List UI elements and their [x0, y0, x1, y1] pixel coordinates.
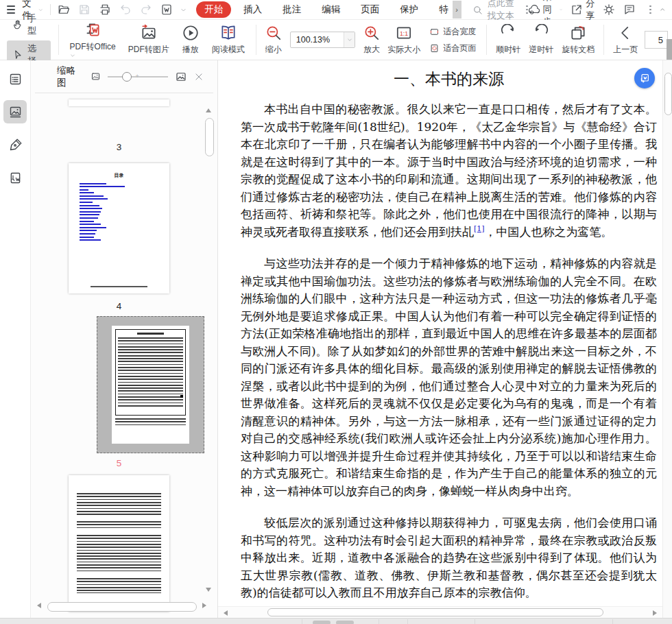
print-button[interactable]: [98, 3, 112, 16]
document-scroll-left-arrow[interactable]: [224, 610, 228, 616]
export-word-button[interactable]: [160, 3, 173, 16]
fit-width-icon: [429, 27, 440, 37]
status-bar-button[interactable]: [313, 621, 331, 624]
comment-bubble-icon[interactable]: [623, 3, 636, 16]
document-horizontal-scrollbar[interactable]: [218, 606, 662, 618]
previous-page-button[interactable]: 上一页: [609, 24, 642, 56]
zoom-level-select[interactable]: 100.13%: [290, 32, 355, 48]
rotate-counterclockwise-icon: [532, 24, 550, 42]
collapse-ribbon-icon[interactable]: [660, 5, 665, 14]
search-box[interactable]: 点此查找文本: [472, 0, 528, 22]
page-input-spinner[interactable]: [667, 39, 672, 60]
thumbnail-page-5-label: 5: [69, 458, 169, 468]
panel-vertical-scrollbar-thumb[interactable]: [205, 118, 214, 156]
pdf-to-office-button[interactable]: PDF转Office: [64, 21, 122, 58]
zoom-out-button[interactable]: 缩小: [261, 24, 286, 56]
outline-list-icon: [8, 72, 23, 86]
fit-page-button[interactable]: 适合页面: [429, 43, 476, 54]
panel-scroll-left-arrow[interactable]: [37, 603, 41, 608]
chevron-down-icon[interactable]: [180, 7, 187, 13]
document-scroll-right-arrow[interactable]: [653, 610, 657, 616]
redo-button[interactable]: [139, 3, 153, 16]
doc-convert-icon: [8, 171, 23, 185]
pdf-to-image-button[interactable]: PDF转图片: [122, 24, 176, 56]
thumbnail-panel: 缩略图 + 3 目录: [31, 60, 218, 618]
tab-page[interactable]: 页面: [352, 1, 387, 18]
document-title: 一、本书的来源: [241, 69, 657, 90]
zoom-in-button[interactable]: 放大: [359, 24, 384, 56]
play-button[interactable]: 播放: [176, 24, 206, 56]
save-button[interactable]: [77, 3, 91, 16]
document-view: 一、本书的来源 本书出自中国的秘密教派。很久以来它一直是口口相传，然后才有了文本…: [218, 60, 672, 618]
hand-tool-button[interactable]: 手型: [7, 10, 51, 39]
slider-knob[interactable]: [122, 72, 132, 82]
convert-panel-button[interactable]: [3, 166, 27, 189]
more-options-icon[interactable]: [649, 5, 651, 14]
panel-scroll-down-arrow[interactable]: [206, 588, 211, 592]
document-horizontal-scrollbar-thumb[interactable]: [267, 608, 603, 616]
panel-horizontal-scrollbar-thumb[interactable]: [47, 602, 197, 612]
actual-size-button[interactable]: 1:1 实际大小: [384, 24, 424, 56]
sign-panel-button[interactable]: [3, 133, 27, 156]
menu-bar: 文件 开始 插入 批注 编辑 页面 保护 特 › 点此查找文本 未同步: [0, 0, 672, 20]
rotate-counterclockwise-button[interactable]: 逆时针: [525, 24, 557, 56]
document-vertical-scrollbar[interactable]: [662, 60, 672, 618]
document-paragraph-3: 较低层次的派别通过这种修持以期获得神力，可驱鬼去病，他们会使用口诵和书写的符咒。…: [241, 514, 657, 602]
pdf-to-image-label: PDF转图片: [128, 44, 169, 56]
thumbnail-footer-line: [91, 286, 147, 287]
floating-convert-button[interactable]: [634, 68, 655, 88]
pdf-to-office-label: PDF转Office: [70, 42, 116, 51]
status-bar-button[interactable]: [336, 621, 354, 624]
tab-protect[interactable]: 保护: [392, 1, 427, 18]
fit-page-icon: [429, 43, 440, 53]
tab-home[interactable]: 开始: [196, 1, 231, 18]
rotate-counterclockwise-label: 逆时针: [529, 44, 553, 56]
document-page[interactable]: 一、本书的来源 本书出自中国的秘密教派。很久以来它一直是口口相传，然后才有了文本…: [218, 60, 662, 606]
thumbnail-page-4[interactable]: 目录: [69, 163, 169, 293]
chevron-down-icon: [70, 53, 75, 58]
large-thumbnail-icon[interactable]: [175, 71, 187, 83]
actual-size-icon: 1:1: [395, 24, 413, 42]
tab-edit[interactable]: 编辑: [313, 1, 348, 18]
open-file-button[interactable]: [57, 3, 71, 16]
rotate-document-button[interactable]: 旋转文档: [557, 24, 599, 56]
thumbnail-page-5-preview: [112, 326, 189, 444]
status-bar: [0, 618, 672, 624]
cursor-arrow-icon: [12, 49, 23, 60]
small-thumbnail-icon[interactable]: [91, 71, 101, 82]
undo-button[interactable]: [119, 3, 132, 16]
toolbar: 手型 选择 PDF转Office PDF转图片 播放 阅读模式 缩小 100.1…: [0, 20, 672, 60]
thumbnail-panel-button[interactable]: [3, 100, 27, 123]
thumbnail-toc-links: [80, 183, 150, 243]
thumbnail-panel-header: 缩略图 +: [35, 60, 213, 93]
thumbnail-size-slider[interactable]: +: [108, 72, 168, 82]
read-mode-button[interactable]: 阅读模式: [206, 24, 251, 56]
thumbnail-page-5-selected[interactable]: [97, 316, 204, 453]
thumbnail-page-3-partial[interactable]: [69, 99, 169, 106]
fit-page-label: 适合页面: [443, 43, 476, 54]
tab-comment[interactable]: 批注: [274, 1, 309, 18]
panel-scroll-right-arrow[interactable]: [202, 603, 206, 608]
tabs-overflow-button[interactable]: ›: [453, 1, 461, 19]
rotate-clockwise-button[interactable]: 顺时针: [492, 24, 525, 56]
page-number-input[interactable]: 5: [645, 31, 668, 49]
tab-special[interactable]: 特: [431, 1, 448, 18]
pdf-to-image-icon: [140, 24, 158, 42]
thumbnail-page-6[interactable]: [69, 475, 169, 612]
rotate-document-label: 旋转文档: [562, 44, 595, 56]
redo-icon: [140, 3, 152, 16]
tab-insert[interactable]: 插入: [235, 1, 270, 18]
cloud-unsync-icon: [528, 3, 540, 16]
outline-panel-button[interactable]: [3, 67, 27, 91]
settings-gear-icon[interactable]: [603, 3, 615, 16]
play-icon: [182, 24, 200, 42]
paragraph-1-text: 本书出自中国的秘密教派。很久以来它一直是口口相传，然后才有了文本。第一次成书于乾…: [241, 102, 657, 239]
footnote-reference-link[interactable]: [1]: [474, 224, 485, 233]
document-vertical-scrollbar-thumb[interactable]: [664, 73, 672, 115]
fit-width-button[interactable]: 适合宽度: [429, 26, 476, 38]
zoom-dropdown-button[interactable]: [344, 32, 355, 47]
rotate-document-icon: [569, 24, 587, 42]
close-panel-icon[interactable]: [194, 72, 204, 82]
share-button[interactable]: 分享: [571, 0, 595, 22]
panel-scroll-up-arrow[interactable]: [206, 108, 211, 112]
